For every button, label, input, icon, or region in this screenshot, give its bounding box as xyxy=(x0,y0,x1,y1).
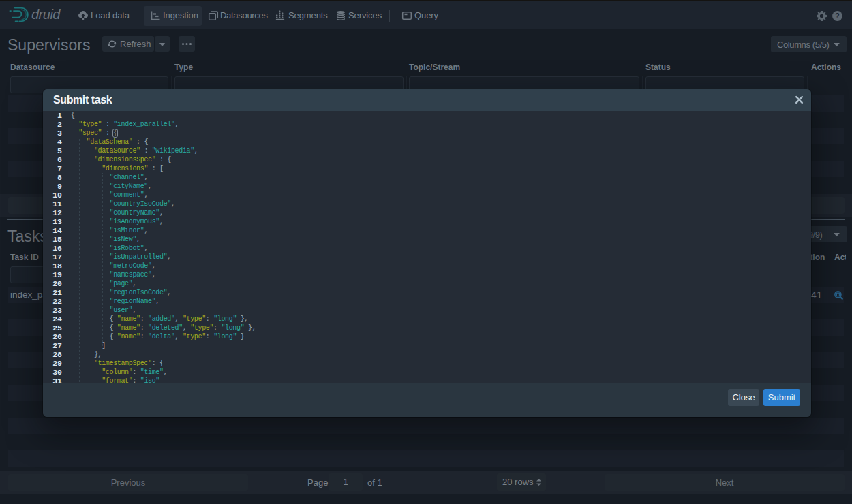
svg-text:?: ? xyxy=(835,12,839,20)
